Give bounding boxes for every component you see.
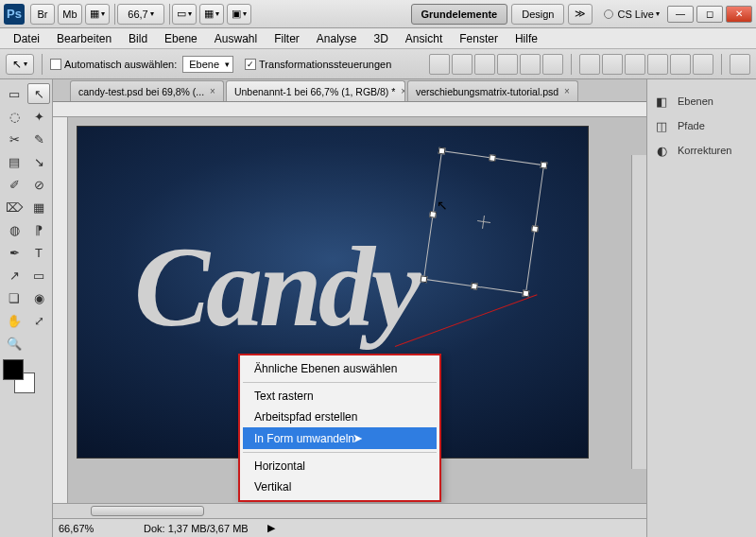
panel-ebenen[interactable]: ◧Ebenen: [653, 89, 750, 113]
menu-analyse[interactable]: Analyse: [309, 30, 365, 47]
menu-bearbeiten[interactable]: Bearbeiten: [49, 30, 119, 47]
tool-hand[interactable]: ✋: [3, 310, 26, 331]
align-left-button[interactable]: [497, 54, 518, 75]
tool-history-brush[interactable]: ⊘: [27, 174, 50, 195]
handle-tc[interactable]: [489, 154, 496, 162]
menu-3d[interactable]: 3D: [367, 30, 396, 47]
menu-datei[interactable]: Datei: [6, 30, 47, 47]
handle-tl[interactable]: [438, 147, 446, 155]
ctx-rasterize-text[interactable]: Text rastern: [243, 386, 437, 407]
zoom-level-dropdown[interactable]: 66,7▾: [117, 4, 164, 25]
distribute-4-button[interactable]: [647, 54, 668, 75]
tool-type[interactable]: T: [27, 242, 50, 263]
color-swatches[interactable]: [3, 359, 41, 393]
transform-center-icon[interactable]: [476, 215, 491, 230]
tool-stamp[interactable]: ✐: [3, 174, 26, 195]
tool-eraser[interactable]: ⌦: [3, 197, 26, 217]
ctx-horizontal[interactable]: Horizontal: [243, 456, 437, 476]
ruler-vertical[interactable]: [53, 117, 68, 503]
tab-close-icon[interactable]: ×: [210, 86, 215, 96]
distribute-1-button[interactable]: [579, 54, 600, 75]
doc-tab-1[interactable]: Unbenannt-1 bei 66,7% (1, RGB/8) *×: [226, 80, 405, 101]
view-extras-button[interactable]: ▭▾: [172, 4, 197, 25]
text-layer-candy[interactable]: Candy: [134, 231, 418, 344]
handle-bl[interactable]: [421, 275, 428, 283]
menu-ansicht[interactable]: Ansicht: [398, 30, 450, 47]
tool-crop[interactable]: ✂: [3, 129, 26, 149]
tool-pen[interactable]: ✒: [3, 242, 26, 263]
tool-shape[interactable]: ▭: [27, 265, 50, 286]
scroll-thumb[interactable]: [91, 506, 204, 516]
tool-brush[interactable]: ↘: [27, 151, 50, 172]
minimize-button[interactable]: —: [667, 6, 694, 23]
align-right-button[interactable]: [542, 54, 563, 75]
handle-mr[interactable]: [531, 225, 539, 233]
workspace-design[interactable]: Design: [511, 4, 564, 25]
tool-dodge[interactable]: ⁋: [27, 219, 50, 240]
tab-close-icon[interactable]: ×: [401, 86, 405, 96]
auto-select-checkbox[interactable]: Automatisch auswählen:: [50, 59, 177, 70]
tool-zoom[interactable]: 🔍: [3, 333, 26, 354]
handle-bc[interactable]: [471, 283, 478, 290]
ctx-similar-layers[interactable]: Ähnliche Ebenen auswählen: [243, 358, 437, 379]
screen-mode2-button[interactable]: ▣▾: [227, 4, 251, 25]
workspace-more[interactable]: ≫: [568, 4, 593, 25]
status-doc-info[interactable]: Dok: 1,37 MB/3,67 MB: [144, 523, 249, 534]
canvas-viewport[interactable]: Candy ↖ Ähnliche Ebenen auswähl: [53, 117, 646, 503]
tool-lasso[interactable]: ◌: [3, 106, 26, 127]
tool-blur[interactable]: ◍: [3, 219, 26, 240]
tool-healing[interactable]: ▤: [3, 151, 26, 172]
doc-tab-2[interactable]: verschiebungsmatrix-tutorial.psd×: [407, 80, 578, 101]
workspace-grundelemente[interactable]: Grundelemente: [411, 4, 508, 25]
tool-wand[interactable]: ✦: [27, 106, 50, 127]
menu-ebene[interactable]: Ebene: [157, 30, 205, 47]
status-zoom[interactable]: 66,67%: [59, 523, 125, 534]
handle-tr[interactable]: [541, 162, 548, 169]
ruler-horizontal[interactable]: [53, 102, 646, 117]
foreground-swatch[interactable]: [3, 359, 24, 380]
bridge-button[interactable]: Br: [30, 4, 55, 25]
ctx-vertical[interactable]: Vertikal: [243, 476, 437, 497]
scrollbar-vertical[interactable]: [631, 155, 646, 469]
menu-hilfe[interactable]: Hilfe: [507, 30, 545, 47]
handle-br[interactable]: [522, 289, 529, 297]
distribute-3-button[interactable]: [625, 54, 645, 75]
menu-bild[interactable]: Bild: [121, 30, 155, 47]
tool-rotate-view[interactable]: ⤢: [27, 310, 50, 331]
distribute-5-button[interactable]: [670, 54, 691, 75]
tool-move[interactable]: ↖: [27, 83, 50, 104]
transform-bounding-box[interactable]: [423, 150, 544, 294]
arrange-docs-button[interactable]: ▦▾: [199, 4, 224, 25]
doc-tab-0[interactable]: candy-test.psd bei 69,8% (...×: [70, 80, 224, 101]
current-tool-indicator[interactable]: ↖▾: [6, 54, 34, 75]
panel-korrekturen[interactable]: ◐Korrekturen: [653, 138, 750, 163]
align-bottom-button[interactable]: [474, 54, 495, 75]
tool-eyedropper[interactable]: ✎: [27, 129, 50, 149]
tool-3d[interactable]: ❏: [3, 287, 26, 308]
tool-3d-camera[interactable]: ◉: [27, 287, 50, 308]
distribute-6-button[interactable]: [693, 54, 713, 75]
cs-live-button[interactable]: CS Live ▾: [604, 9, 660, 20]
screen-mode-button[interactable]: ▦▾: [85, 4, 110, 25]
tool-path-select[interactable]: ↗: [3, 265, 26, 286]
maximize-button[interactable]: ◻: [696, 6, 723, 23]
align-top-button[interactable]: [429, 54, 450, 75]
handle-ml[interactable]: [429, 211, 437, 218]
auto-align-button[interactable]: [730, 54, 750, 75]
status-arrow-icon[interactable]: ▶: [267, 522, 275, 534]
ctx-convert-to-shape[interactable]: In Form umwandeln➤: [243, 427, 437, 449]
align-vcenter-button[interactable]: [452, 54, 472, 75]
menu-fenster[interactable]: Fenster: [452, 30, 506, 47]
ctx-create-work-path[interactable]: Arbeitspfad erstellen: [243, 407, 437, 427]
menu-auswahl[interactable]: Auswahl: [207, 30, 265, 47]
transform-controls-checkbox[interactable]: ✓ Transformationssteuerungen: [245, 59, 391, 70]
tab-close-icon[interactable]: ×: [564, 86, 570, 96]
align-hcenter-button[interactable]: [520, 54, 541, 75]
close-button[interactable]: ✕: [726, 6, 752, 23]
distribute-2-button[interactable]: [602, 54, 623, 75]
auto-select-target-dropdown[interactable]: Ebene: [182, 56, 233, 73]
tool-gradient[interactable]: ▦: [27, 197, 50, 217]
panel-pfade[interactable]: ◫Pfade: [653, 113, 750, 138]
menu-filter[interactable]: Filter: [266, 30, 307, 47]
minibridge-button[interactable]: Mb: [58, 4, 82, 25]
